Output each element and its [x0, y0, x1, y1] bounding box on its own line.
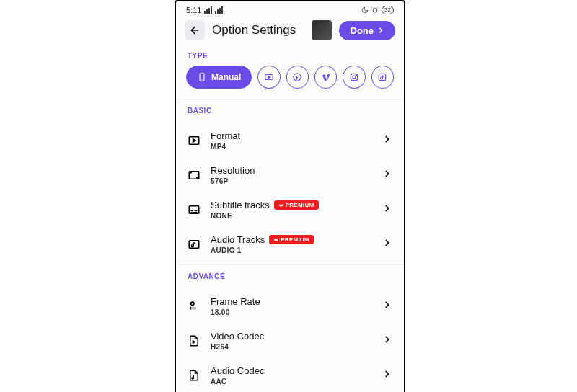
- row-resolution[interactable]: Resolution 576P: [176, 158, 404, 192]
- moon-icon: [361, 6, 369, 14]
- svg-rect-24: [195, 307, 196, 310]
- type-selector-row: Manual: [176, 66, 404, 99]
- vcodec-value: H264: [211, 343, 372, 351]
- video-thumbnail[interactable]: [312, 20, 332, 40]
- section-advance-label: ADVANCE: [176, 265, 404, 286]
- type-youtube[interactable]: [257, 66, 280, 89]
- format-label: Format: [211, 130, 240, 141]
- format-icon: [188, 134, 201, 147]
- row-audio-codec[interactable]: Audio Codec AAC: [176, 358, 404, 392]
- signal-bars-icon: [204, 6, 212, 14]
- row-subtitle-tracks[interactable]: Subtitle tracks PREMIUM NONE: [176, 192, 404, 227]
- vcodec-label: Video Codec: [211, 331, 264, 342]
- page-title: Option Settings: [212, 23, 304, 37]
- premium-badge: PREMIUM: [269, 235, 314, 244]
- tiktok-icon: [377, 72, 387, 82]
- chevron-right-icon: [382, 134, 392, 144]
- basic-list: Format MP4 Resolution 576P Subtitle trac…: [176, 120, 404, 264]
- svg-marker-12: [193, 139, 196, 143]
- chevron-right-icon: [382, 203, 392, 213]
- premium-badge: PREMIUM: [274, 200, 319, 210]
- phone-icon: [197, 72, 207, 82]
- subtitle-label: Subtitle tracks: [211, 200, 270, 210]
- svg-point-9: [356, 75, 356, 76]
- advance-list: A Frame Rate 18.00 Video Codec H264 Aud: [176, 286, 404, 392]
- chevron-right-icon: [382, 169, 392, 179]
- file-audio-icon: [188, 369, 201, 382]
- chevron-right-icon: [376, 26, 385, 35]
- type-instagram[interactable]: [343, 66, 365, 89]
- subtitle-value: NONE: [211, 212, 372, 220]
- app-header: Option Settings Done: [176, 16, 404, 48]
- section-type-label: TYPE: [176, 48, 404, 66]
- framerate-label: Frame Rate: [211, 296, 260, 307]
- status-time: 5:11: [186, 6, 201, 14]
- row-format[interactable]: Format MP4: [176, 123, 404, 158]
- chevron-right-icon: [382, 238, 392, 248]
- vimeo-icon: [321, 72, 331, 82]
- acodec-label: Audio Codec: [211, 365, 264, 376]
- framerate-value: 18.00: [211, 308, 372, 316]
- status-bar: 5:11 32: [176, 1, 404, 16]
- done-label: Done: [351, 25, 374, 36]
- youtube-icon: [264, 72, 274, 82]
- svg-rect-22: [190, 307, 192, 310]
- alarm-icon: [371, 6, 379, 14]
- type-vimeo[interactable]: [314, 66, 337, 89]
- done-button[interactable]: Done: [339, 21, 396, 40]
- facebook-icon: [292, 72, 302, 82]
- instagram-icon: [349, 72, 359, 82]
- framerate-icon: A: [188, 300, 201, 313]
- acodec-value: AAC: [211, 378, 372, 386]
- row-frame-rate[interactable]: A Frame Rate 18.00: [176, 289, 404, 324]
- chevron-right-icon: [382, 300, 392, 310]
- row-video-codec[interactable]: Video Codec H264: [176, 324, 404, 358]
- audio-value: AUDIO 1: [211, 246, 372, 254]
- arrow-left-icon: [189, 24, 201, 36]
- file-icon: [188, 334, 201, 347]
- audio-track-icon: [188, 238, 201, 251]
- subtitle-icon: [188, 203, 201, 216]
- type-facebook[interactable]: [286, 66, 309, 89]
- crown-icon: [278, 202, 283, 208]
- chevron-right-icon: [382, 334, 392, 344]
- back-button[interactable]: [185, 20, 205, 40]
- audio-label: Audio Tracks: [211, 234, 265, 245]
- phone-frame: 5:11 32 Option Settings Done TYPE: [175, 0, 405, 392]
- crown-icon: [273, 237, 278, 242]
- section-basic-label: BASIC: [176, 99, 404, 120]
- type-tiktok[interactable]: [371, 66, 394, 89]
- svg-rect-23: [193, 307, 194, 310]
- row-audio-tracks[interactable]: Audio Tracks PREMIUM AUDIO 1: [176, 227, 404, 262]
- chevron-right-icon: [382, 369, 392, 379]
- resolution-icon: [188, 169, 201, 182]
- battery-indicator: 32: [382, 6, 394, 14]
- svg-marker-5: [268, 76, 270, 79]
- svg-point-8: [353, 76, 356, 79]
- signal-bars-icon: [215, 6, 223, 14]
- type-manual[interactable]: Manual: [186, 66, 252, 89]
- type-manual-label: Manual: [211, 72, 241, 82]
- format-value: MP4: [211, 143, 372, 151]
- resolution-value: 576P: [211, 177, 372, 185]
- svg-marker-25: [193, 341, 195, 343]
- resolution-label: Resolution: [211, 165, 255, 176]
- svg-point-0: [373, 9, 377, 13]
